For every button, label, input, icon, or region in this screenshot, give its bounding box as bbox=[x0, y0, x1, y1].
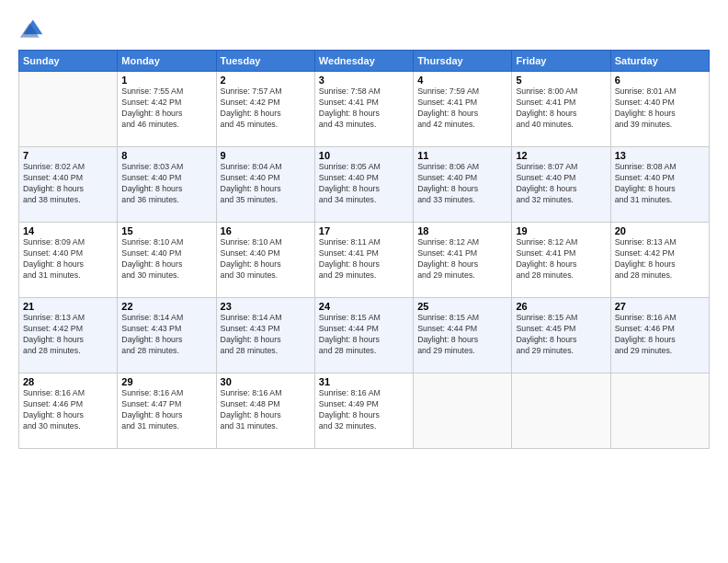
day-info: Sunrise: 8:16 AM Sunset: 4:48 PM Dayligh… bbox=[221, 388, 311, 432]
calendar-cell: 8Sunrise: 8:03 AM Sunset: 4:40 PM Daylig… bbox=[118, 147, 216, 223]
day-number: 17 bbox=[319, 225, 409, 236]
calendar-cell: 24Sunrise: 8:15 AM Sunset: 4:44 PM Dayli… bbox=[314, 298, 413, 373]
calendar-cell bbox=[19, 72, 118, 147]
calendar-cell: 1Sunrise: 7:55 AM Sunset: 4:42 PM Daylig… bbox=[118, 72, 216, 147]
calendar-cell: 11Sunrise: 8:06 AM Sunset: 4:40 PM Dayli… bbox=[414, 147, 512, 223]
day-info: Sunrise: 8:06 AM Sunset: 4:40 PM Dayligh… bbox=[417, 162, 507, 206]
day-info: Sunrise: 8:08 AM Sunset: 4:40 PM Dayligh… bbox=[615, 162, 705, 206]
calendar-cell: 28Sunrise: 8:16 AM Sunset: 4:46 PM Dayli… bbox=[19, 373, 118, 449]
day-number: 15 bbox=[121, 225, 211, 236]
day-info: Sunrise: 8:12 AM Sunset: 4:41 PM Dayligh… bbox=[417, 237, 507, 282]
calendar-cell bbox=[610, 373, 709, 449]
calendar-cell: 27Sunrise: 8:16 AM Sunset: 4:46 PM Dayli… bbox=[610, 298, 709, 373]
calendar-cell: 30Sunrise: 8:16 AM Sunset: 4:48 PM Dayli… bbox=[216, 373, 314, 449]
calendar-cell: 9Sunrise: 8:04 AM Sunset: 4:40 PM Daylig… bbox=[216, 147, 314, 223]
day-info: Sunrise: 8:01 AM Sunset: 4:40 PM Dayligh… bbox=[615, 86, 705, 131]
day-info: Sunrise: 8:16 AM Sunset: 4:47 PM Dayligh… bbox=[121, 388, 211, 432]
day-number: 23 bbox=[221, 301, 311, 312]
calendar-cell: 10Sunrise: 8:05 AM Sunset: 4:40 PM Dayli… bbox=[314, 147, 413, 223]
day-number: 7 bbox=[23, 150, 113, 161]
calendar-cell: 25Sunrise: 8:15 AM Sunset: 4:44 PM Dayli… bbox=[414, 298, 512, 373]
day-info: Sunrise: 8:13 AM Sunset: 4:42 PM Dayligh… bbox=[615, 237, 705, 282]
day-info: Sunrise: 8:15 AM Sunset: 4:44 PM Dayligh… bbox=[319, 313, 409, 357]
calendar-cell: 20Sunrise: 8:13 AM Sunset: 4:42 PM Dayli… bbox=[610, 223, 709, 298]
day-number: 29 bbox=[121, 376, 211, 387]
day-info: Sunrise: 8:16 AM Sunset: 4:46 PM Dayligh… bbox=[23, 388, 113, 432]
calendar-cell: 17Sunrise: 8:11 AM Sunset: 4:41 PM Dayli… bbox=[314, 223, 413, 298]
day-number: 1 bbox=[121, 75, 211, 86]
calendar-cell: 21Sunrise: 8:13 AM Sunset: 4:42 PM Dayli… bbox=[19, 298, 118, 373]
day-number: 6 bbox=[615, 75, 705, 86]
day-number: 30 bbox=[221, 376, 311, 387]
calendar-table: SundayMondayTuesdayWednesdayThursdayFrid… bbox=[18, 50, 710, 449]
weekday-header-row: SundayMondayTuesdayWednesdayThursdayFrid… bbox=[19, 51, 710, 72]
day-info: Sunrise: 8:14 AM Sunset: 4:43 PM Dayligh… bbox=[121, 313, 211, 357]
calendar-page: SundayMondayTuesdayWednesdayThursdayFrid… bbox=[0, 0, 728, 563]
day-info: Sunrise: 8:05 AM Sunset: 4:40 PM Dayligh… bbox=[319, 162, 409, 206]
calendar-cell: 18Sunrise: 8:12 AM Sunset: 4:41 PM Dayli… bbox=[414, 223, 512, 298]
weekday-header: Sunday bbox=[19, 51, 118, 72]
calendar-week-row: 7Sunrise: 8:02 AM Sunset: 4:40 PM Daylig… bbox=[19, 147, 710, 223]
day-info: Sunrise: 8:14 AM Sunset: 4:43 PM Dayligh… bbox=[221, 313, 311, 357]
day-info: Sunrise: 8:12 AM Sunset: 4:41 PM Dayligh… bbox=[516, 237, 606, 282]
day-number: 21 bbox=[23, 301, 113, 312]
calendar-cell: 13Sunrise: 8:08 AM Sunset: 4:40 PM Dayli… bbox=[610, 147, 709, 223]
calendar-cell: 19Sunrise: 8:12 AM Sunset: 4:41 PM Dayli… bbox=[512, 223, 610, 298]
calendar-cell: 6Sunrise: 8:01 AM Sunset: 4:40 PM Daylig… bbox=[610, 72, 709, 147]
calendar-cell: 4Sunrise: 7:59 AM Sunset: 4:41 PM Daylig… bbox=[414, 72, 512, 147]
day-number: 3 bbox=[319, 75, 409, 86]
calendar-cell: 3Sunrise: 7:58 AM Sunset: 4:41 PM Daylig… bbox=[314, 72, 413, 147]
day-info: Sunrise: 8:13 AM Sunset: 4:42 PM Dayligh… bbox=[23, 313, 113, 357]
calendar-week-row: 28Sunrise: 8:16 AM Sunset: 4:46 PM Dayli… bbox=[19, 373, 710, 449]
day-info: Sunrise: 8:11 AM Sunset: 4:41 PM Dayligh… bbox=[319, 237, 409, 282]
day-info: Sunrise: 8:16 AM Sunset: 4:49 PM Dayligh… bbox=[319, 388, 409, 432]
day-number: 13 bbox=[615, 150, 705, 161]
weekday-header: Friday bbox=[512, 51, 610, 72]
day-number: 5 bbox=[516, 75, 606, 86]
day-number: 14 bbox=[23, 225, 113, 236]
day-info: Sunrise: 7:57 AM Sunset: 4:42 PM Dayligh… bbox=[221, 86, 311, 131]
calendar-week-row: 1Sunrise: 7:55 AM Sunset: 4:42 PM Daylig… bbox=[19, 72, 710, 147]
day-info: Sunrise: 7:59 AM Sunset: 4:41 PM Dayligh… bbox=[417, 86, 507, 131]
calendar-cell: 5Sunrise: 8:00 AM Sunset: 4:41 PM Daylig… bbox=[512, 72, 610, 147]
calendar-cell: 7Sunrise: 8:02 AM Sunset: 4:40 PM Daylig… bbox=[19, 147, 118, 223]
weekday-header: Monday bbox=[118, 51, 216, 72]
day-number: 18 bbox=[417, 225, 507, 236]
day-number: 9 bbox=[221, 150, 311, 161]
day-info: Sunrise: 8:04 AM Sunset: 4:40 PM Dayligh… bbox=[221, 162, 311, 206]
calendar-cell bbox=[414, 373, 512, 449]
day-info: Sunrise: 8:07 AM Sunset: 4:40 PM Dayligh… bbox=[516, 162, 606, 206]
day-number: 25 bbox=[417, 301, 507, 312]
day-info: Sunrise: 8:00 AM Sunset: 4:41 PM Dayligh… bbox=[516, 86, 606, 131]
calendar-cell: 2Sunrise: 7:57 AM Sunset: 4:42 PM Daylig… bbox=[216, 72, 314, 147]
day-number: 2 bbox=[221, 75, 311, 86]
day-info: Sunrise: 8:09 AM Sunset: 4:40 PM Dayligh… bbox=[23, 237, 113, 282]
day-info: Sunrise: 8:15 AM Sunset: 4:45 PM Dayligh… bbox=[516, 313, 606, 357]
day-number: 28 bbox=[23, 376, 113, 387]
calendar-cell: 26Sunrise: 8:15 AM Sunset: 4:45 PM Dayli… bbox=[512, 298, 610, 373]
day-number: 10 bbox=[319, 150, 409, 161]
day-number: 12 bbox=[516, 150, 606, 161]
day-number: 16 bbox=[221, 225, 311, 236]
calendar-cell: 16Sunrise: 8:10 AM Sunset: 4:40 PM Dayli… bbox=[216, 223, 314, 298]
day-number: 8 bbox=[121, 150, 211, 161]
logo bbox=[18, 17, 48, 42]
header bbox=[18, 17, 710, 42]
day-info: Sunrise: 8:10 AM Sunset: 4:40 PM Dayligh… bbox=[121, 237, 211, 282]
calendar-cell: 14Sunrise: 8:09 AM Sunset: 4:40 PM Dayli… bbox=[19, 223, 118, 298]
day-info: Sunrise: 8:15 AM Sunset: 4:44 PM Dayligh… bbox=[417, 313, 507, 357]
calendar-week-row: 14Sunrise: 8:09 AM Sunset: 4:40 PM Dayli… bbox=[19, 223, 710, 298]
day-number: 22 bbox=[121, 301, 211, 312]
calendar-cell: 15Sunrise: 8:10 AM Sunset: 4:40 PM Dayli… bbox=[118, 223, 216, 298]
day-info: Sunrise: 8:10 AM Sunset: 4:40 PM Dayligh… bbox=[221, 237, 311, 282]
day-number: 24 bbox=[319, 301, 409, 312]
calendar-cell bbox=[512, 373, 610, 449]
day-info: Sunrise: 8:16 AM Sunset: 4:46 PM Dayligh… bbox=[615, 313, 705, 357]
day-info: Sunrise: 8:03 AM Sunset: 4:40 PM Dayligh… bbox=[121, 162, 211, 206]
weekday-header: Wednesday bbox=[314, 51, 413, 72]
day-info: Sunrise: 7:55 AM Sunset: 4:42 PM Dayligh… bbox=[121, 86, 211, 131]
calendar-week-row: 21Sunrise: 8:13 AM Sunset: 4:42 PM Dayli… bbox=[19, 298, 710, 373]
day-number: 11 bbox=[417, 150, 507, 161]
calendar-cell: 23Sunrise: 8:14 AM Sunset: 4:43 PM Dayli… bbox=[216, 298, 314, 373]
calendar-cell: 29Sunrise: 8:16 AM Sunset: 4:47 PM Dayli… bbox=[118, 373, 216, 449]
